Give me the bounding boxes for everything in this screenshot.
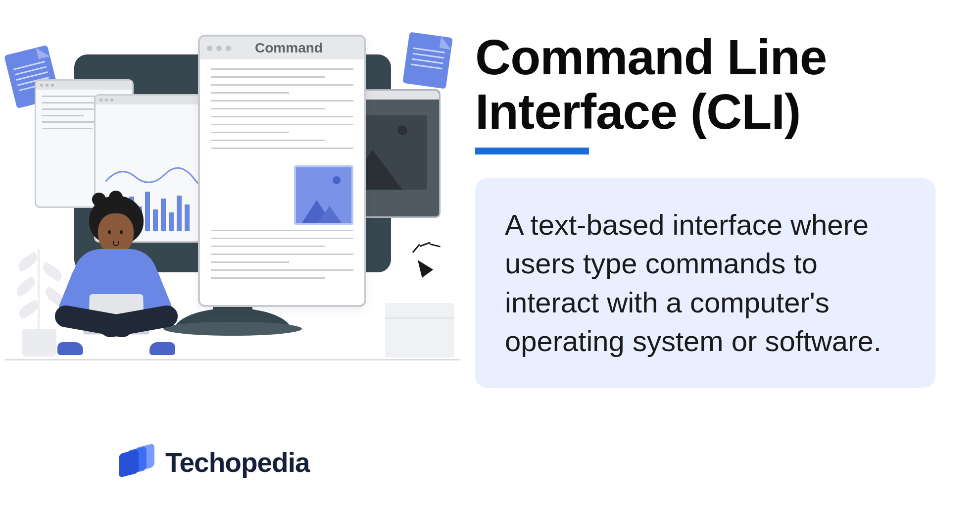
brand-logo-icon	[119, 445, 154, 480]
image-placeholder-icon	[294, 165, 353, 225]
command-window-title: Command	[235, 40, 343, 56]
brand: Techopedia	[119, 445, 310, 480]
window-control-dot	[226, 46, 231, 51]
cli-illustration: Command	[5, 30, 460, 376]
window-control-dot	[207, 46, 212, 51]
box-decoration	[385, 303, 454, 357]
command-window: Command	[198, 35, 366, 307]
illustration-panel: Command	[0, 0, 465, 510]
window-control-dot	[216, 46, 222, 51]
spreadsheet-icon	[402, 32, 453, 89]
content-panel: Command Line Interface (CLI) A text-base…	[465, 0, 980, 510]
brand-name: Techopedia	[165, 447, 310, 478]
person-illustration	[45, 196, 183, 364]
command-window-titlebar: Command	[200, 37, 364, 59]
page-title: Command Line Interface (CLI)	[475, 30, 935, 139]
definition-box: A text-based interface where users type …	[475, 178, 935, 388]
cursor-icon	[416, 258, 430, 275]
title-underline	[475, 148, 589, 154]
